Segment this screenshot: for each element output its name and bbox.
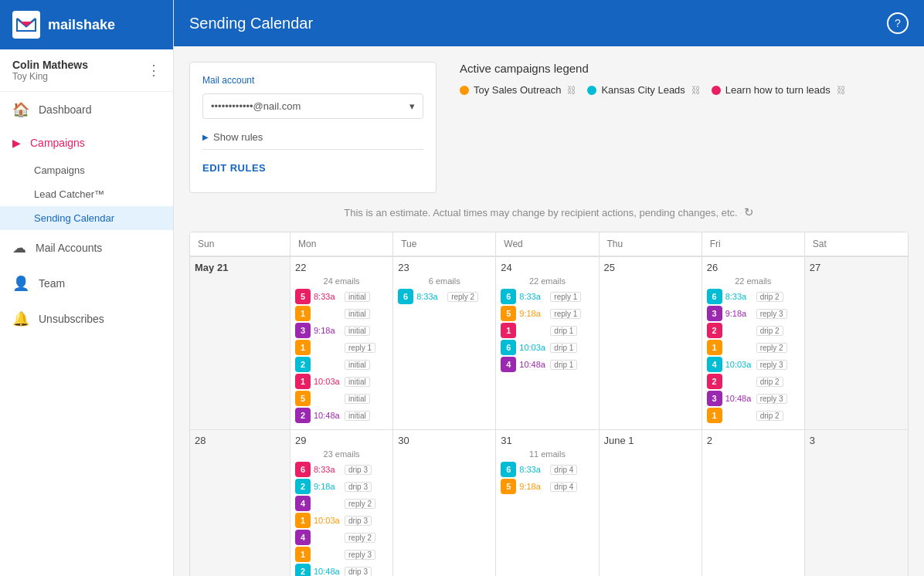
select-chevron-icon: ▾ xyxy=(409,100,415,112)
entry-tag: drip 2 xyxy=(756,377,783,387)
badge: 4 xyxy=(501,357,516,372)
entry-tag: reply 2 xyxy=(756,343,787,353)
cal-cell-mon-w1: 22 24 emails 5 8:33a initial 1 initial xyxy=(290,257,393,429)
cal-email-count-wed-w1: 22 emails xyxy=(501,276,593,286)
user-name: Colin Mathews xyxy=(12,59,88,71)
badge: 1 xyxy=(707,408,722,423)
legend-label-toy-sales: Toy Sales Outreach xyxy=(474,84,561,96)
entry-time: 10:03a xyxy=(519,343,547,352)
badge: 6 xyxy=(501,289,516,304)
entry-tag: initial xyxy=(345,309,370,319)
list-item: 6 8:33a drip 3 xyxy=(295,462,388,477)
badge: 2 xyxy=(295,357,311,372)
entry-tag: drip 4 xyxy=(550,465,577,475)
mail-account-select[interactable]: ••••••••••••@nail.com ▾ xyxy=(202,93,423,119)
badge: 1 xyxy=(295,547,311,562)
calendar-header: Sun Mon Tue Wed Thu Fri Sat xyxy=(190,232,908,256)
sidebar-item-unsubscribes[interactable]: 🔔 Unsubscribes xyxy=(0,301,173,337)
sidebar-item-dashboard-label: Dashboard xyxy=(39,103,92,116)
badge: 2 xyxy=(707,323,722,338)
cal-header-sun: Sun xyxy=(190,232,290,256)
list-item: 3 9:18a initial xyxy=(295,323,388,338)
entry-tag: reply 1 xyxy=(550,309,581,319)
badge: 3 xyxy=(707,391,722,406)
legend-link-toy-sales[interactable]: ⛓ xyxy=(567,85,576,96)
sidebar-nav: 🏠 Dashboard ▶ Campaigns Campaigns Lead C… xyxy=(0,92,173,337)
sidebar-item-dashboard[interactable]: 🏠 Dashboard xyxy=(0,92,173,127)
sidebar-item-team-label: Team xyxy=(39,277,65,290)
show-rules-toggle[interactable]: ▶ Show rules xyxy=(202,128,423,146)
cal-week-1: May 21 22 24 emails 5 8:33a initial 1 xyxy=(190,256,908,429)
team-icon: 👤 xyxy=(12,275,29,292)
entry-tag: reply 2 xyxy=(345,499,375,509)
cal-date-wed-w2: 31 xyxy=(501,435,593,446)
list-item: 3 10:48a reply 3 xyxy=(707,391,800,406)
badge: 3 xyxy=(707,306,722,321)
entry-time: 10:03a xyxy=(314,516,341,525)
cal-email-count-wed-w2: 11 emails xyxy=(501,449,593,459)
entry-time: 10:48a xyxy=(519,360,547,369)
list-item: 2 drip 2 xyxy=(707,374,800,389)
show-rules-label: Show rules xyxy=(213,131,263,143)
legend-link-kansas[interactable]: ⛓ xyxy=(691,85,701,96)
entry-tag: drip 2 xyxy=(756,292,783,302)
cal-cell-sun-w2: 28 xyxy=(190,430,290,576)
edit-rules-button[interactable]: EDIT RULES xyxy=(202,156,423,180)
help-icon[interactable]: ? xyxy=(887,12,909,34)
legend-link-learn[interactable]: ⛓ xyxy=(837,85,846,96)
sidebar-item-unsubscribes-label: Unsubscribes xyxy=(39,313,104,325)
cal-cell-wed-w1: 24 22 emails 6 8:33a reply 1 5 9:18a rep… xyxy=(496,257,599,429)
entry-time: 10:48a xyxy=(314,567,341,576)
entry-tag: drip 3 xyxy=(345,482,372,492)
refresh-icon[interactable]: ↻ xyxy=(744,205,754,219)
cal-email-count-tue-w1: 6 emails xyxy=(398,276,491,286)
sidebar-item-mail-accounts[interactable]: ☁ Mail Accounts xyxy=(0,230,173,266)
list-item: 1 initial xyxy=(295,306,388,321)
list-item: 5 8:33a initial xyxy=(295,289,388,304)
cal-date-fri-w2: 2 xyxy=(707,435,800,446)
list-item: 1 reply 2 xyxy=(707,340,800,355)
entry-time: 8:33a xyxy=(519,292,547,301)
more-options-icon[interactable]: ⋮ xyxy=(147,62,161,79)
sidebar: mailshake Colin Mathews Toy King ⋮ 🏠 Das… xyxy=(0,0,174,576)
cal-cell-sat-w1: 27 xyxy=(805,257,908,429)
badge: 6 xyxy=(707,289,722,304)
entry-time: 8:33a xyxy=(314,292,341,301)
list-item: 4 10:48a drip 1 xyxy=(501,357,593,372)
legend-item-kansas: Kansas City Leads ⛓ xyxy=(587,84,700,96)
main-content: Sending Calendar ? Mail account ••••••••… xyxy=(174,0,924,576)
sidebar-header: mailshake xyxy=(0,0,173,49)
badge: 4 xyxy=(295,530,311,545)
sub-nav: Campaigns Lead Catcher™ Sending Calendar xyxy=(0,158,173,230)
cal-date-mon-w2: 29 xyxy=(295,435,388,446)
entry-time: 10:03a xyxy=(314,377,341,386)
entry-tag: initial xyxy=(345,394,370,404)
cal-cell-mon-w2: 29 23 emails 6 8:33a drip 3 2 9:18a drip… xyxy=(290,430,393,576)
list-item: 3 9:18a reply 3 xyxy=(707,306,800,321)
divider xyxy=(202,149,423,150)
entry-tag: reply 1 xyxy=(345,343,375,353)
sidebar-item-sending-calendar[interactable]: Sending Calendar xyxy=(0,206,173,230)
badge: 3 xyxy=(295,323,311,338)
entry-tag: drip 1 xyxy=(550,326,577,336)
entry-tag: reply 3 xyxy=(756,309,787,319)
badge: 1 xyxy=(295,374,311,389)
entry-tag: drip 2 xyxy=(756,326,783,336)
badge: 2 xyxy=(707,374,722,389)
sidebar-item-lead-catcher[interactable]: Lead Catcher™ xyxy=(0,182,173,206)
calendar-body: May 21 22 24 emails 5 8:33a initial 1 xyxy=(190,256,908,576)
sidebar-item-team[interactable]: 👤 Team xyxy=(0,266,173,301)
cal-header-sat: Sat xyxy=(805,232,908,256)
badge: 6 xyxy=(501,340,516,355)
campaigns-icon: ▶ xyxy=(12,137,21,149)
legend-item-learn: Learn how to turn leads ⛓ xyxy=(712,84,846,96)
list-item: 6 8:33a drip 4 xyxy=(501,462,593,477)
sidebar-item-campaigns[interactable]: ▶ Campaigns xyxy=(0,127,173,158)
cal-email-count-mon-w1: 24 emails xyxy=(295,276,388,286)
cal-date-wed-w1: 24 xyxy=(501,262,593,273)
entry-time: 10:48a xyxy=(314,411,341,420)
entry-tag: initial xyxy=(345,360,370,370)
logo-text: mailshake xyxy=(48,17,115,33)
sidebar-item-campaigns-sub[interactable]: Campaigns xyxy=(0,158,173,182)
legend-items: Toy Sales Outreach ⛓ Kansas City Leads ⛓… xyxy=(460,84,909,96)
